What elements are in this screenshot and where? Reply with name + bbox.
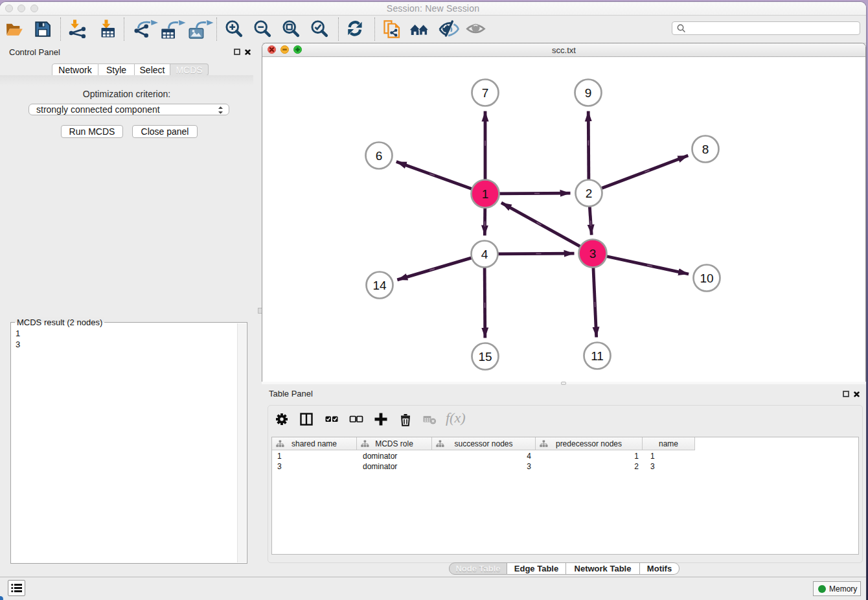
svg-text:4: 4	[481, 248, 488, 261]
svg-text:7: 7	[482, 86, 489, 100]
svg-text:14: 14	[372, 279, 387, 292]
svg-text:9: 9	[585, 86, 592, 100]
svg-text:2: 2	[586, 187, 593, 200]
svg-text:8: 8	[702, 143, 709, 156]
svg-text:11: 11	[591, 349, 604, 363]
svg-text:6: 6	[376, 149, 383, 163]
svg-text:10: 10	[700, 271, 713, 285]
svg-text:3: 3	[589, 247, 597, 260]
svg-text:15: 15	[478, 350, 492, 363]
svg-text:1: 1	[482, 187, 489, 201]
